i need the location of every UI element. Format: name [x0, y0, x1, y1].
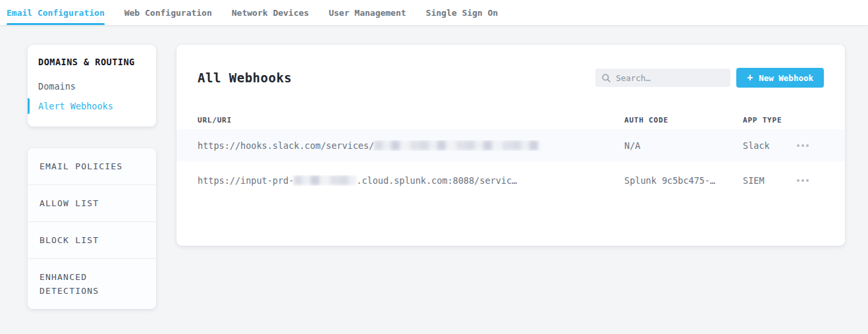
sidebar-item-allow-list[interactable]: ALLOW LIST	[28, 184, 156, 221]
table-row: https://input-prd-.cloud.splunk.com:8088…	[176, 161, 845, 200]
sidebar-sections-card: EMAIL POLICIES ALLOW LIST BLOCK LIST ENH…	[28, 148, 156, 309]
sidebar-item-block-list[interactable]: BLOCK LIST	[28, 221, 156, 258]
webhook-url: https://input-prd-.cloud.splunk.com:8088…	[198, 175, 624, 186]
table-row: https://hooks.slack.com/services/ N/A Sl…	[176, 129, 845, 161]
tab-web-configuration[interactable]: Web Configuration	[124, 0, 212, 25]
plus-icon: +	[747, 72, 753, 84]
page-title: All Webhooks	[198, 70, 292, 85]
column-header-app: APP TYPE	[743, 116, 796, 125]
column-header-url: URL/URI	[198, 116, 624, 125]
sidebar-item-domains[interactable]: Domains	[28, 76, 156, 96]
tab-email-configuration[interactable]: Email Configuration	[7, 0, 105, 25]
app-type: Slack	[743, 140, 796, 151]
sidebar-domains-routing-card: DOMAINS & ROUTING Domains Alert Webhooks	[28, 45, 156, 126]
tab-user-management[interactable]: User Management	[329, 0, 406, 25]
tab-network-devices[interactable]: Network Devices	[232, 0, 309, 25]
sidebar-item-enhanced-detections[interactable]: ENHANCED DETECTIONS	[28, 258, 156, 309]
redacted-url-segment	[374, 140, 539, 150]
page-body: DOMAINS & ROUTING Domains Alert Webhooks…	[0, 25, 868, 334]
new-webhook-button-label: New Webhook	[759, 73, 813, 83]
top-nav: Email Configuration Web Configuration Ne…	[0, 0, 868, 25]
row-menu-icon[interactable]	[796, 175, 810, 186]
app-type: SIEM	[743, 175, 796, 186]
row-menu-icon[interactable]	[796, 140, 810, 151]
sidebar-item-alert-webhooks[interactable]: Alert Webhooks	[28, 96, 156, 116]
new-webhook-button[interactable]: + New Webhook	[736, 68, 824, 88]
webhooks-panel: All Webhooks + New Webhook URL/URI AUTH …	[176, 45, 845, 246]
sidebar-item-email-policies[interactable]: EMAIL POLICIES	[28, 148, 156, 184]
tab-single-sign-on[interactable]: Single Sign On	[426, 0, 499, 25]
search-box	[595, 69, 730, 87]
webhook-url: https://hooks.slack.com/services/	[198, 140, 624, 151]
search-icon	[602, 74, 610, 82]
auth-code: N/A	[624, 140, 743, 151]
webhooks-panel-header: All Webhooks + New Webhook	[176, 45, 845, 111]
sidebar-group-title: DOMAINS & ROUTING	[28, 57, 156, 67]
search-input[interactable]	[616, 73, 724, 83]
column-header-auth: AUTH CODE	[624, 116, 743, 125]
redacted-url-segment	[294, 175, 356, 185]
auth-code: Splunk 9c5bc475-…	[624, 175, 743, 186]
table-header-row: URL/URI AUTH CODE APP TYPE	[176, 111, 845, 129]
